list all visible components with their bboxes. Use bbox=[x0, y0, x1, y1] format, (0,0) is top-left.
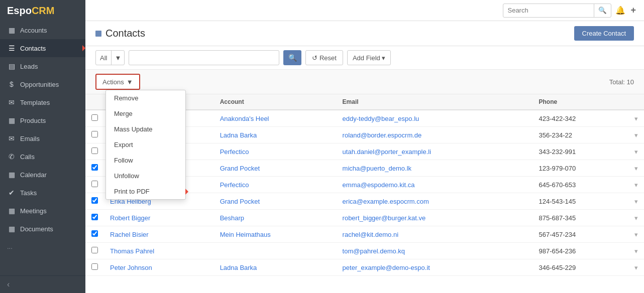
row-checkbox[interactable] bbox=[91, 197, 98, 204]
sidebar-item-templates[interactable]: ✉ Templates bbox=[0, 93, 85, 111]
sidebar-more[interactable]: ... bbox=[0, 238, 85, 255]
action-mass-update[interactable]: Mass Update bbox=[106, 121, 185, 137]
row-phone: 423-422-342 bbox=[532, 110, 628, 127]
reset-button[interactable]: ↺ Reset bbox=[305, 50, 343, 65]
filter-select[interactable]: All ▼ bbox=[95, 50, 125, 65]
email-link[interactable]: utah.daniel@porter_example.li bbox=[343, 148, 432, 156]
col-account: Account bbox=[214, 94, 337, 110]
email-link[interactable]: eddy-teddy@bear_espo.lu bbox=[343, 115, 419, 122]
account-name-link[interactable]: Ladna Barka bbox=[220, 264, 257, 271]
action-remove[interactable]: Remove bbox=[106, 90, 185, 106]
page-title-area: Contacts bbox=[95, 28, 145, 39]
actions-button[interactable]: Actions ▼ bbox=[95, 74, 140, 90]
contact-name-link[interactable]: Robert Bigger bbox=[110, 214, 150, 222]
row-account: Ladna Barka bbox=[214, 259, 337, 276]
sidebar-item-accounts[interactable]: ▦ Accounts bbox=[0, 21, 85, 39]
row-phone: 567-457-234 bbox=[532, 226, 628, 243]
filter-caret-icon[interactable]: ▼ bbox=[111, 51, 124, 65]
account-name-link[interactable]: Grand Pocket bbox=[220, 198, 260, 205]
row-checkbox[interactable] bbox=[91, 230, 98, 237]
account-name-link[interactable]: Grand Pocket bbox=[220, 165, 260, 172]
search-go-button[interactable]: 🔍 bbox=[283, 50, 301, 65]
contact-name-link[interactable]: Thomas Pahrel bbox=[110, 247, 154, 255]
sidebar-item-opportunities[interactable]: $ Opportunities bbox=[0, 75, 85, 93]
row-action-caret-icon[interactable]: ▾ bbox=[634, 148, 638, 156]
notifications-icon[interactable]: 🔔 bbox=[615, 6, 625, 15]
add-field-button[interactable]: Add Field ▾ bbox=[347, 50, 391, 65]
row-checkbox[interactable] bbox=[91, 131, 98, 137]
account-name-link[interactable]: Perfectico bbox=[220, 148, 249, 156]
email-link[interactable]: tom@pahrel.demo.kq bbox=[343, 247, 405, 255]
row-checkbox[interactable] bbox=[91, 148, 98, 154]
row-action-caret-icon[interactable]: ▾ bbox=[634, 115, 638, 122]
tasks-icon: ✔ bbox=[7, 189, 16, 197]
account-name-link[interactable]: Anakonda's Heel bbox=[220, 115, 269, 122]
row-email: eddy-teddy@bear_espo.lu bbox=[337, 110, 533, 127]
email-link[interactable]: peter_example@demo-espo.it bbox=[343, 264, 430, 271]
row-checkbox-cell bbox=[85, 243, 104, 259]
sidebar-item-calls[interactable]: ✆ Calls bbox=[0, 148, 85, 166]
row-action-caret-icon[interactable]: ▾ bbox=[634, 247, 638, 255]
sidebar-item-meetings[interactable]: ▦ Meetings bbox=[0, 202, 85, 220]
row-checkbox[interactable] bbox=[91, 247, 98, 253]
add-icon[interactable]: + bbox=[630, 5, 636, 16]
search-button[interactable]: 🔍 bbox=[594, 4, 611, 17]
topbar-icons: 🔔 + bbox=[615, 5, 636, 16]
sidebar-item-products[interactable]: ▦ Products bbox=[0, 111, 85, 129]
create-contact-button[interactable]: Create Contact bbox=[574, 26, 634, 41]
row-action-cell: ▾ bbox=[628, 127, 644, 143]
row-checkbox[interactable] bbox=[91, 214, 98, 220]
main-content: 🔍 🔔 + Contacts Create Contact All ▼ 🔍 ↺ … bbox=[85, 0, 644, 293]
action-unfollow[interactable]: Unfollow bbox=[106, 168, 185, 184]
email-link[interactable]: emma@espodemo.kit.ca bbox=[343, 181, 415, 189]
sidebar-item-tasks[interactable]: ✔ Tasks bbox=[0, 184, 85, 202]
sidebar-item-contacts[interactable]: ☰ Contacts bbox=[0, 39, 85, 57]
row-checkbox[interactable] bbox=[91, 114, 98, 121]
email-link[interactable]: robert_bigger@burger.kat.ve bbox=[343, 214, 426, 222]
account-name-link[interactable]: Besharp bbox=[220, 214, 244, 222]
sidebar-collapse[interactable]: ‹ bbox=[0, 275, 85, 293]
row-action-caret-icon[interactable]: ▾ bbox=[634, 198, 638, 205]
sidebar-item-documents[interactable]: ▦ Documents bbox=[0, 220, 85, 238]
email-link[interactable]: rachel@kit.demo.ni bbox=[343, 231, 398, 238]
row-action-caret-icon[interactable]: ▾ bbox=[634, 165, 638, 172]
email-link[interactable]: roland@border.espocrm.de bbox=[343, 131, 422, 139]
email-link[interactable]: micha@puerto_demo.lk bbox=[343, 165, 411, 172]
row-action-cell: ▾ bbox=[628, 143, 644, 160]
account-name-link[interactable]: Perfectico bbox=[220, 181, 249, 189]
account-name-link[interactable]: Mein Heimathaus bbox=[220, 231, 271, 238]
action-print-pdf[interactable]: Print to PDF bbox=[106, 184, 185, 199]
search-input[interactable] bbox=[503, 7, 594, 14]
action-follow[interactable]: Follow bbox=[106, 153, 185, 168]
row-account: Besharp bbox=[214, 210, 337, 226]
row-email: robert_bigger@burger.kat.ve bbox=[337, 210, 533, 226]
row-checkbox-cell bbox=[85, 193, 104, 210]
table-row: Thomas Pahreltom@pahrel.demo.kq987-654-2… bbox=[85, 243, 644, 259]
contact-name-link[interactable]: Peter Johnson bbox=[110, 264, 152, 271]
row-checkbox-cell bbox=[85, 143, 104, 160]
email-link[interactable]: erica@example.espocrm.com bbox=[343, 198, 429, 205]
row-action-caret-icon[interactable]: ▾ bbox=[634, 181, 638, 189]
sidebar-item-emails[interactable]: ✉ Emails bbox=[0, 129, 85, 148]
row-checkbox[interactable] bbox=[91, 263, 98, 270]
row-email: erica@example.espocrm.com bbox=[337, 193, 533, 210]
sidebar-item-calendar[interactable]: ▦ Calendar bbox=[0, 166, 85, 184]
sidebar-item-label: Contacts bbox=[20, 45, 46, 52]
row-action-caret-icon[interactable]: ▾ bbox=[634, 214, 638, 222]
contact-name-link[interactable]: Rachel Bisier bbox=[110, 231, 149, 238]
row-checkbox[interactable] bbox=[91, 181, 98, 187]
sidebar-item-label: Documents bbox=[20, 225, 53, 233]
row-checkbox[interactable] bbox=[91, 164, 98, 171]
row-action-caret-icon[interactable]: ▾ bbox=[634, 131, 638, 139]
action-export[interactable]: Export bbox=[106, 137, 185, 153]
search-field[interactable] bbox=[129, 50, 279, 65]
action-merge[interactable]: Merge bbox=[106, 106, 185, 121]
account-name-link[interactable]: Ladna Barka bbox=[220, 131, 257, 139]
actions-dropdown: Remove Merge Mass Update Export Follow U… bbox=[105, 90, 186, 200]
row-action-caret-icon[interactable]: ▾ bbox=[634, 264, 638, 271]
sidebar-item-leads[interactable]: ▤ Leads bbox=[0, 57, 85, 75]
search-box: 🔍 bbox=[503, 4, 611, 18]
total-label: Total: 10 bbox=[609, 78, 634, 86]
leads-icon: ▤ bbox=[7, 62, 16, 70]
row-action-caret-icon[interactable]: ▾ bbox=[634, 231, 638, 238]
